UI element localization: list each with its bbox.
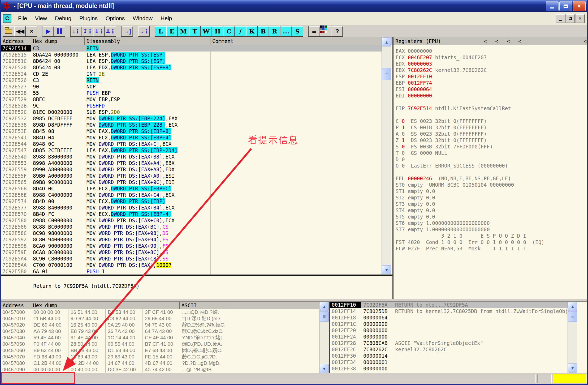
title-bar[interactable]: - [CPU - main thread, module ntdll] × <box>1 0 587 12</box>
disasm-row[interactable]: 7C92E5AAC700 07000100MOV DWORD PTR DS:[E… <box>1 262 382 268</box>
run-button[interactable]: ▶ <box>42 26 54 36</box>
disasm-row[interactable]: 7C92E524CD 2EINT 2E <box>1 71 382 77</box>
stack-row[interactable]: 0012FF3000000014 <box>330 353 577 359</box>
disasm-row[interactable]: 7C92E5538998 A4000000MOV DWORD PTR DS:[E… <box>1 160 382 166</box>
disasm-row[interactable]: 7C92E52B9CPUSHFD <box>1 102 382 109</box>
stack-row[interactable]: 0012FF2C7C80262Ckernel32.7C80262C <box>330 346 577 353</box>
register-line[interactable]: Z 1 DS 0023 32bit 0(FFFFFFFF) <box>396 137 587 143</box>
disasm-row[interactable]: 7C92E538898D D8FDFFFFMOV DWORD PTR SS:[E… <box>1 122 382 128</box>
disasm-row[interactable]: 7C92E57D8B4D FCMOV ECX,DWORD PTR SS:[EBP… <box>1 211 382 217</box>
register-line[interactable]: ST5 empty 0.0 <box>396 213 587 220</box>
restart-button[interactable]: ◀◀ <box>14 26 25 36</box>
chevron-left-icon[interactable]: < <box>518 37 521 45</box>
register-line[interactable]: ST2 empty 0.0 <box>396 194 587 201</box>
register-line[interactable]: ST4 empty 0.0 <box>396 207 587 213</box>
stack-row[interactable]: 0012FF287C808CABASCII "WaitForSingleObje… <box>330 340 577 346</box>
scroll-down-button[interactable]: ▼ <box>320 364 329 373</box>
stack-row[interactable]: 0012FF2000000000 <box>330 327 577 333</box>
threads-window-button[interactable]: T <box>189 26 200 36</box>
appearance-button[interactable] <box>320 26 331 36</box>
register-line[interactable]: ST0 empty -UNORM BCBC 01050104 00000000 <box>396 182 587 188</box>
disasm-row[interactable]: 7C92E5208D5424 08LEA EDX,DWORD PTR SS:[E… <box>1 64 382 71</box>
disasm-row[interactable]: 7C92E5868C88 BC000000MOV WORD PTR DS:[EA… <box>1 224 382 230</box>
go-to-user-code-button[interactable]: →⋮ <box>138 26 149 36</box>
minimize-button[interactable] <box>546 1 559 11</box>
dump-row[interactable]: 00457070FD 68 43 0013 69 43 0029 69 43 0… <box>1 354 319 360</box>
disasm-row[interactable]: 7C92E5988CA0 90000000MOV WORD PTR DS:[EA… <box>1 243 382 249</box>
menu-view[interactable]: View <box>31 12 51 25</box>
scrollbar-thumb[interactable]: ≡ <box>568 311 577 322</box>
disasm-row[interactable]: 7C92E5928C80 94000000MOV WORD PTR DS:[EA… <box>1 236 382 243</box>
register-line[interactable]: ECX 0046F207 bitarts_.0046F207 <box>396 54 587 61</box>
scroll-up-button[interactable]: ▲ <box>568 302 577 311</box>
register-line[interactable]: EIP 7C92E514 ntdll.KiFastSystemCallRet <box>396 105 587 112</box>
disasm-row[interactable]: 7C92E5A48C90 C8000000MOV WORD PTR DS:[EA… <box>1 255 382 262</box>
menu-help[interactable]: Help <box>157 12 176 25</box>
chevron-left-icon[interactable]: < <box>484 37 487 45</box>
register-line[interactable]: 3 2 1 0 E S P U O Z D I <box>396 233 587 239</box>
mdi-minimize-button[interactable] <box>556 14 565 23</box>
disasm-row[interactable]: 7C92E58C8C98 98000000MOV WORD PTR DS:[EA… <box>1 230 382 236</box>
scrollbar-thumb[interactable]: ≡ <box>382 68 391 80</box>
disasm-row[interactable]: 7C92E5298BECMOV EBP,ESP <box>1 96 382 102</box>
disasm-row[interactable]: 7C92E52855PUSH EBP <box>1 90 382 96</box>
open-file-button[interactable] <box>3 26 14 36</box>
scroll-down-button[interactable]: ▼ <box>568 363 577 373</box>
dump-row[interactable]: 0045700000 00 00 0016 51 44 00D1 53 44 0… <box>1 309 319 315</box>
mdi-restore-button[interactable] <box>566 14 575 23</box>
register-line[interactable]: A 0 SS 0023 32bit 0(FFFFFFFF) <box>396 131 587 137</box>
register-line[interactable]: ST3 empty 0.0 <box>396 201 587 207</box>
register-line[interactable]: C 0 ES 0023 32bit 0(FFFFFFFF) <box>396 118 587 124</box>
disasm-row[interactable]: 7C92E5808988 C0000000MOV DWORD PTR DS:[E… <box>1 217 382 224</box>
register-line[interactable]: ST6 empty 1.0000000000000000000 <box>396 220 587 226</box>
stack-row[interactable]: 0012FF107C92DF5ARETURN to ntdll.7C92DF5A <box>330 302 577 308</box>
pause-button[interactable] <box>54 26 65 36</box>
stack-row[interactable]: 0012FF1C00000000 <box>330 321 577 327</box>
patches-window-button[interactable]: / <box>235 26 246 36</box>
step-over-button[interactable]: ↧⋮ <box>82 26 93 36</box>
executables-window-button[interactable]: E <box>166 26 178 36</box>
disasm-row[interactable]: 7C92E5418B4D 04MOV ECX,DWORD PTR SS:[EBP… <box>1 134 382 141</box>
dump-row[interactable]: 00457060E9 62 44 00BB 68 43 00D1 68 43 0… <box>1 347 319 354</box>
register-line[interactable]: EDX 00000003 <box>396 61 587 67</box>
menu-window[interactable]: Window <box>129 12 157 25</box>
disasm-row[interactable]: 7C92E52C81EC D0020000SUB ESP,2D0 <box>1 109 382 115</box>
menu-file[interactable]: File <box>14 12 31 25</box>
register-line[interactable]: ST7 empty 1.0000000000000000000 <box>396 226 587 233</box>
help-button[interactable]: ? <box>331 26 343 36</box>
register-line[interactable] <box>396 99 587 105</box>
register-line[interactable]: EBP 0012FF74 <box>396 80 587 86</box>
register-line[interactable] <box>396 112 587 118</box>
run-trace-window-button[interactable]: ... <box>280 26 292 36</box>
register-line[interactable] <box>396 169 587 175</box>
stack-row[interactable]: 0012FF3400000001 <box>330 359 577 365</box>
disasm-row[interactable]: 7C92E5B06A 01PUSH 1 <box>1 268 382 275</box>
source-window-button[interactable]: S <box>292 26 303 36</box>
disasm-row[interactable]: 7C92E55F89B0 A0000000MOV DWORD PTR DS:[E… <box>1 173 382 179</box>
execute-till-return-button[interactable]: →] <box>122 26 133 36</box>
maximize-button[interactable] <box>559 1 572 11</box>
dump-row[interactable]: 00457050F0 4F 44 0028 50 44 0009 55 44 0… <box>1 341 319 347</box>
register-line[interactable]: T 0 GS 0000 NULL <box>396 150 587 156</box>
register-line[interactable]: EAX 00000000 <box>396 48 587 54</box>
scroll-up-button[interactable]: ▲ <box>382 37 391 46</box>
register-line[interactable]: O 0 LastErr ERROR_SUCCESS (00000000) <box>396 162 587 169</box>
disasm-row[interactable]: 7C92E5448948 0CMOV DWORD PTR DS:[EAX+C],… <box>1 141 382 147</box>
references-window-button[interactable]: R <box>269 26 280 36</box>
dump-row[interactable]: 0045701011 5B 44 009D 62 44 00C3 62 44 0… <box>1 315 319 322</box>
cpu-window-button[interactable]: C <box>223 26 235 36</box>
disasm-row[interactable]: 7C92E53E8B45 08MOV EAX,DWORD PTR SS:[EBP… <box>1 128 382 134</box>
chevron-left-icon[interactable]: < <box>495 37 498 45</box>
stack-row[interactable]: 0012FF3800000000 <box>330 365 577 372</box>
disasm-row[interactable]: 7C92E514C3RETN <box>1 45 382 52</box>
register-line[interactable]: P 1 CS 001B 32bit 0(FFFFFFFF) <box>396 124 587 131</box>
menu-options[interactable]: Options <box>102 12 129 25</box>
register-line[interactable]: D 0 <box>396 156 587 162</box>
dump-row[interactable]: 00457020DE 69 44 0016 25 40 009A 29 40 0… <box>1 322 319 328</box>
register-line[interactable]: FST 4020 Cond 1 0 0 0 Err 0 0 1 0 0 0 0 … <box>396 239 587 245</box>
stack-row[interactable]: 0012FF1800000064 <box>330 314 577 321</box>
disasm-row[interactable]: 7C92E5328985 DCFDFFFFMOV DWORD PTR SS:[E… <box>1 115 382 122</box>
breakpoints-window-button[interactable]: B <box>258 26 269 36</box>
stack-row[interactable]: 0012FF147C8025DBRETURN to kernel32.7C802… <box>330 308 577 314</box>
scroll-down-button[interactable]: ▼ <box>382 265 391 274</box>
